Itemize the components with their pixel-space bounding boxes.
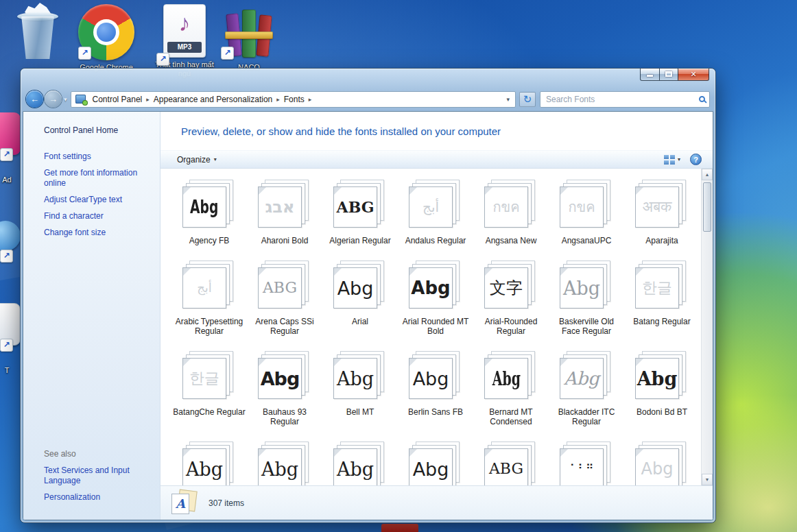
taskbar-peek-button[interactable] bbox=[381, 524, 418, 532]
breadcrumb-item[interactable]: Fonts bbox=[280, 92, 309, 107]
sidebar-link[interactable]: Get more font information online bbox=[44, 168, 153, 189]
see-also-links: Text Services and Input LanguagePersonal… bbox=[44, 466, 153, 509]
back-button[interactable]: ← bbox=[26, 90, 43, 108]
font-page: กขค bbox=[484, 186, 528, 228]
desktop-icon-mp3-file[interactable]: ♪ MP3 ↗ Thất tình hay mất ngủ bbox=[152, 3, 217, 78]
sidebar-link[interactable]: Personalization bbox=[44, 492, 153, 503]
font-item[interactable]: अबकAparajita bbox=[624, 178, 700, 245]
font-item[interactable]: AbgArial Rounded MT Bold bbox=[398, 259, 473, 336]
arrow-left-icon: ← bbox=[30, 94, 39, 104]
maximize-button[interactable] bbox=[659, 69, 678, 81]
vertical-scrollbar[interactable]: ▲ ▼ bbox=[701, 169, 713, 485]
address-bar[interactable]: Control Panel▸Appearance and Personaliza… bbox=[71, 91, 516, 108]
font-item[interactable]: Abg bbox=[398, 440, 473, 485]
desktop-icon-recycle-bin[interactable] bbox=[5, 1, 70, 64]
status-bar: A 307 items bbox=[160, 485, 713, 520]
font-item[interactable]: Abg bbox=[624, 440, 700, 485]
font-item[interactable]: กขคAngsanaUPC bbox=[549, 178, 624, 245]
font-item[interactable]: Abg bbox=[322, 440, 398, 485]
font-item[interactable]: AbgBlackadder ITC Regular bbox=[549, 350, 624, 426]
font-page: Abg bbox=[635, 448, 679, 485]
sidebar-home-link[interactable]: Control Panel Home bbox=[44, 125, 153, 135]
font-item[interactable]: AbgAgency FB bbox=[171, 178, 247, 245]
scroll-thumb[interactable] bbox=[703, 182, 711, 232]
title-bar[interactable] bbox=[21, 69, 715, 89]
font-page: Abg bbox=[409, 358, 453, 399]
font-preview: Abg bbox=[259, 449, 301, 485]
font-name: Algerian Regular bbox=[329, 236, 390, 245]
font-item[interactable]: กขคAngsana New bbox=[473, 178, 549, 245]
font-name: Arial bbox=[352, 317, 368, 326]
sidebar-link[interactable]: Font settings bbox=[44, 152, 153, 162]
font-preview: Abg bbox=[409, 268, 452, 308]
sidebar-link[interactable]: Adjust ClearType text bbox=[44, 195, 153, 205]
font-name: Angsana New bbox=[486, 236, 537, 245]
address-dropdown-icon[interactable]: ▾ bbox=[503, 96, 512, 103]
sidebar-link[interactable]: Text Services and Input Language bbox=[44, 466, 153, 486]
desktop-icon-left-1[interactable]: ↗ Ad bbox=[0, 112, 23, 184]
toolbar: Organize ▾ ▾ ? bbox=[160, 150, 713, 169]
refresh-button[interactable]: ↻ bbox=[519, 92, 536, 107]
minimize-button[interactable] bbox=[640, 69, 659, 81]
window-body: Control Panel Home Font settingsGet more… bbox=[23, 111, 713, 520]
font-item[interactable]: אבגAharoni Bold bbox=[247, 178, 322, 245]
chevron-right-icon[interactable]: ▸ bbox=[309, 96, 312, 103]
font-item[interactable]: AbgBernard MT Condensed bbox=[473, 350, 549, 426]
font-preview-text: ABG bbox=[337, 200, 374, 215]
desktop-icon-winrar[interactable]: ↗ NACO bbox=[217, 4, 281, 72]
font-item[interactable]: AbgBell MT bbox=[322, 350, 398, 426]
search-input[interactable] bbox=[546, 95, 696, 104]
desktop-icon-left-3[interactable]: ↗ T bbox=[0, 303, 23, 375]
font-preview: אבג bbox=[259, 187, 301, 227]
forward-button[interactable]: → bbox=[45, 90, 62, 108]
sidebar-link[interactable]: Change font size bbox=[44, 228, 153, 238]
font-item[interactable]: Abg bbox=[171, 440, 247, 485]
recent-pages-dropdown-icon[interactable]: ▾ bbox=[64, 96, 67, 103]
font-item[interactable]: AbgBaskerville Old Face Regular bbox=[549, 259, 624, 336]
font-item[interactable]: AbgBerlin Sans FB bbox=[398, 350, 473, 426]
magnifier-icon[interactable] bbox=[699, 96, 705, 102]
close-button[interactable]: ✕ bbox=[678, 69, 709, 81]
scroll-down-button[interactable]: ▼ bbox=[702, 474, 713, 485]
font-page: Abg bbox=[560, 267, 604, 309]
font-item[interactable]: AbgBodoni Bd BT bbox=[624, 350, 700, 426]
music-note-icon: ♪ bbox=[164, 10, 205, 35]
font-item[interactable]: ABG bbox=[473, 440, 549, 485]
font-name: Arial Rounded MT Bold bbox=[399, 317, 472, 336]
font-item[interactable]: AbgArial bbox=[322, 259, 398, 336]
font-preview: กขค bbox=[485, 187, 527, 227]
font-preview-text: Abg bbox=[261, 370, 300, 388]
letter-a-page: A bbox=[171, 494, 189, 514]
sidebar-link[interactable]: Find a character bbox=[44, 211, 153, 221]
font-preview: 한글 bbox=[183, 359, 226, 398]
desktop-icon-google-chrome[interactable]: ↗ Google Chrome bbox=[74, 3, 139, 72]
font-item[interactable]: Abg bbox=[247, 440, 322, 485]
fonts-folder-icon: A bbox=[171, 490, 199, 516]
font-item[interactable]: 한글BatangChe Regular bbox=[171, 350, 247, 426]
font-item[interactable]: 文字Arial-Rounded Regular bbox=[473, 259, 549, 336]
shortcut-arrow-icon: ↗ bbox=[0, 250, 13, 263]
font-item[interactable]: 한글Batang Regular bbox=[624, 259, 700, 336]
organize-button[interactable]: Organize ▾ bbox=[171, 154, 222, 166]
font-preview-text: 한글 bbox=[642, 280, 672, 295]
font-item[interactable]: ⠁⠃⠛ bbox=[549, 440, 624, 485]
sidebar: Control Panel Home Font settingsGet more… bbox=[23, 112, 160, 520]
views-button[interactable]: ▾ bbox=[664, 155, 680, 165]
font-page: अबक bbox=[635, 186, 679, 228]
font-item[interactable]: AbgBauhaus 93 Regular bbox=[247, 350, 322, 426]
font-preview-text: Abg bbox=[637, 370, 678, 388]
breadcrumb-item[interactable]: Appearance and Personalization bbox=[150, 92, 276, 107]
font-item[interactable]: أبجAndalus Regular bbox=[398, 178, 473, 245]
font-item[interactable]: أبجArabic Typesetting Regular bbox=[171, 259, 247, 336]
scroll-up-button[interactable]: ▲ bbox=[702, 169, 713, 180]
breadcrumb-item[interactable]: Control Panel bbox=[88, 92, 147, 107]
font-item[interactable]: ABGAlgerian Regular bbox=[322, 178, 398, 245]
font-preview: ABG bbox=[334, 187, 377, 227]
font-item[interactable]: ABGArena Caps SSi Regular bbox=[247, 259, 322, 336]
desktop-icon-left-2[interactable]: ↗ bbox=[0, 214, 23, 271]
help-button[interactable]: ? bbox=[690, 154, 702, 165]
breadcrumb: Control Panel▸Appearance and Personaliza… bbox=[88, 92, 312, 107]
font-file-icon: Abg bbox=[182, 440, 236, 485]
font-file-icon: أبج bbox=[409, 178, 462, 228]
desktop: ↗ Google Chrome ♪ MP3 ↗ Thất tình hay mấ… bbox=[0, 0, 797, 532]
